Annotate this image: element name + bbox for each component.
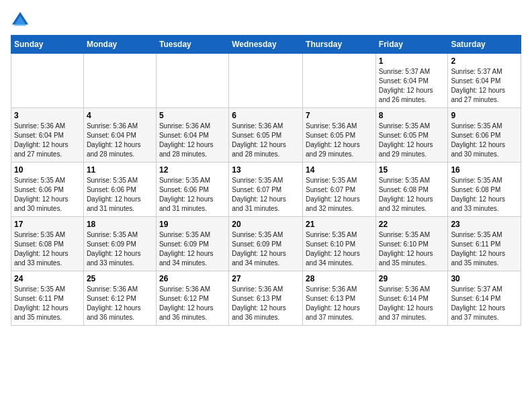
day-cell: 11Sunrise: 5:35 AM Sunset: 6:06 PM Dayli… bbox=[83, 163, 156, 217]
day-info: Sunrise: 5:35 AM Sunset: 6:11 PM Dayligh… bbox=[14, 285, 81, 322]
calendar-body: 1Sunrise: 5:37 AM Sunset: 6:04 PM Daylig… bbox=[11, 54, 521, 326]
week-row-5: 24Sunrise: 5:35 AM Sunset: 6:11 PM Dayli… bbox=[11, 271, 521, 326]
day-cell: 10Sunrise: 5:35 AM Sunset: 6:06 PM Dayli… bbox=[11, 163, 84, 217]
day-number: 12 bbox=[159, 165, 226, 175]
day-info: Sunrise: 5:35 AM Sunset: 6:06 PM Dayligh… bbox=[14, 176, 81, 214]
day-cell bbox=[11, 54, 84, 108]
header-day-friday: Friday bbox=[375, 36, 448, 54]
week-row-1: 1Sunrise: 5:37 AM Sunset: 6:04 PM Daylig… bbox=[11, 54, 521, 108]
day-info: Sunrise: 5:36 AM Sunset: 6:13 PM Dayligh… bbox=[232, 285, 300, 322]
day-info: Sunrise: 5:35 AM Sunset: 6:06 PM Dayligh… bbox=[87, 176, 153, 214]
day-info: Sunrise: 5:35 AM Sunset: 6:09 PM Dayligh… bbox=[232, 230, 300, 268]
day-cell: 25Sunrise: 5:36 AM Sunset: 6:12 PM Dayli… bbox=[83, 271, 156, 326]
day-info: Sunrise: 5:37 AM Sunset: 6:04 PM Dayligh… bbox=[379, 67, 445, 105]
day-cell: 9Sunrise: 5:35 AM Sunset: 6:06 PM Daylig… bbox=[448, 108, 521, 163]
day-number: 19 bbox=[159, 220, 226, 229]
day-cell: 3Sunrise: 5:36 AM Sunset: 6:04 PM Daylig… bbox=[11, 108, 84, 163]
day-number: 22 bbox=[379, 220, 445, 229]
day-number: 23 bbox=[451, 220, 518, 229]
day-info: Sunrise: 5:35 AM Sunset: 6:08 PM Dayligh… bbox=[14, 230, 81, 268]
day-number: 27 bbox=[232, 274, 300, 283]
day-number: 5 bbox=[159, 111, 226, 120]
day-info: Sunrise: 5:36 AM Sunset: 6:13 PM Dayligh… bbox=[306, 285, 373, 322]
logo-icon bbox=[11, 11, 30, 30]
week-row-3: 10Sunrise: 5:35 AM Sunset: 6:06 PM Dayli… bbox=[11, 163, 521, 217]
header-day-wednesday: Wednesday bbox=[229, 36, 303, 54]
day-info: Sunrise: 5:35 AM Sunset: 6:09 PM Dayligh… bbox=[159, 230, 226, 268]
day-number: 28 bbox=[306, 274, 373, 283]
day-number: 10 bbox=[14, 165, 81, 175]
day-info: Sunrise: 5:35 AM Sunset: 6:08 PM Dayligh… bbox=[379, 176, 445, 214]
day-info: Sunrise: 5:36 AM Sunset: 6:05 PM Dayligh… bbox=[232, 122, 300, 159]
day-info: Sunrise: 5:36 AM Sunset: 6:04 PM Dayligh… bbox=[159, 122, 226, 159]
day-cell: 28Sunrise: 5:36 AM Sunset: 6:13 PM Dayli… bbox=[303, 271, 376, 326]
header-row: SundayMondayTuesdayWednesdayThursdayFrid… bbox=[11, 36, 521, 54]
day-number: 26 bbox=[159, 274, 226, 283]
day-info: Sunrise: 5:37 AM Sunset: 6:04 PM Dayligh… bbox=[451, 67, 518, 105]
day-number: 21 bbox=[306, 220, 373, 229]
day-cell bbox=[83, 54, 156, 108]
day-number: 20 bbox=[232, 220, 300, 229]
day-number: 29 bbox=[379, 274, 445, 283]
day-number: 11 bbox=[87, 165, 153, 175]
day-number: 17 bbox=[14, 220, 81, 229]
day-number: 3 bbox=[14, 111, 81, 120]
day-info: Sunrise: 5:35 AM Sunset: 6:06 PM Dayligh… bbox=[451, 122, 518, 159]
day-info: Sunrise: 5:35 AM Sunset: 6:10 PM Dayligh… bbox=[306, 230, 373, 268]
day-cell bbox=[156, 54, 228, 108]
day-cell: 17Sunrise: 5:35 AM Sunset: 6:08 PM Dayli… bbox=[11, 217, 84, 271]
day-cell: 19Sunrise: 5:35 AM Sunset: 6:09 PM Dayli… bbox=[156, 217, 228, 271]
day-number: 18 bbox=[87, 220, 153, 229]
day-info: Sunrise: 5:36 AM Sunset: 6:05 PM Dayligh… bbox=[306, 122, 373, 159]
day-info: Sunrise: 5:35 AM Sunset: 6:07 PM Dayligh… bbox=[306, 176, 373, 214]
day-number: 16 bbox=[451, 165, 518, 175]
day-info: Sunrise: 5:35 AM Sunset: 6:06 PM Dayligh… bbox=[159, 176, 226, 214]
day-cell: 21Sunrise: 5:35 AM Sunset: 6:10 PM Dayli… bbox=[303, 217, 376, 271]
day-number: 30 bbox=[451, 274, 518, 283]
day-info: Sunrise: 5:35 AM Sunset: 6:09 PM Dayligh… bbox=[87, 230, 153, 268]
day-cell: 24Sunrise: 5:35 AM Sunset: 6:11 PM Dayli… bbox=[11, 271, 84, 326]
day-cell bbox=[303, 54, 376, 108]
day-cell: 18Sunrise: 5:35 AM Sunset: 6:09 PM Dayli… bbox=[83, 217, 156, 271]
header-day-sunday: Sunday bbox=[11, 36, 84, 54]
day-info: Sunrise: 5:36 AM Sunset: 6:04 PM Dayligh… bbox=[14, 122, 81, 159]
day-info: Sunrise: 5:37 AM Sunset: 6:14 PM Dayligh… bbox=[451, 285, 518, 322]
day-cell: 14Sunrise: 5:35 AM Sunset: 6:07 PM Dayli… bbox=[303, 163, 376, 217]
week-row-2: 3Sunrise: 5:36 AM Sunset: 6:04 PM Daylig… bbox=[11, 108, 521, 163]
day-info: Sunrise: 5:36 AM Sunset: 6:12 PM Dayligh… bbox=[159, 285, 226, 322]
day-cell: 27Sunrise: 5:36 AM Sunset: 6:13 PM Dayli… bbox=[229, 271, 303, 326]
day-number: 6 bbox=[232, 111, 300, 120]
day-number: 9 bbox=[451, 111, 518, 120]
day-cell: 6Sunrise: 5:36 AM Sunset: 6:05 PM Daylig… bbox=[229, 108, 303, 163]
day-cell: 29Sunrise: 5:36 AM Sunset: 6:14 PM Dayli… bbox=[375, 271, 448, 326]
header-day-saturday: Saturday bbox=[448, 36, 521, 54]
day-cell: 2Sunrise: 5:37 AM Sunset: 6:04 PM Daylig… bbox=[448, 54, 521, 108]
day-info: Sunrise: 5:35 AM Sunset: 6:07 PM Dayligh… bbox=[232, 176, 300, 214]
day-info: Sunrise: 5:36 AM Sunset: 6:14 PM Dayligh… bbox=[379, 285, 445, 322]
day-number: 25 bbox=[87, 274, 153, 283]
day-cell: 23Sunrise: 5:35 AM Sunset: 6:11 PM Dayli… bbox=[448, 217, 521, 271]
day-number: 15 bbox=[379, 165, 445, 175]
header-day-monday: Monday bbox=[83, 36, 156, 54]
day-cell: 15Sunrise: 5:35 AM Sunset: 6:08 PM Dayli… bbox=[375, 163, 448, 217]
calendar-table: SundayMondayTuesdayWednesdayThursdayFrid… bbox=[11, 35, 521, 326]
day-number: 1 bbox=[379, 56, 445, 66]
day-cell: 4Sunrise: 5:36 AM Sunset: 6:04 PM Daylig… bbox=[83, 108, 156, 163]
day-cell: 20Sunrise: 5:35 AM Sunset: 6:09 PM Dayli… bbox=[229, 217, 303, 271]
day-cell: 26Sunrise: 5:36 AM Sunset: 6:12 PM Dayli… bbox=[156, 271, 228, 326]
day-cell: 8Sunrise: 5:35 AM Sunset: 6:05 PM Daylig… bbox=[375, 108, 448, 163]
day-number: 8 bbox=[379, 111, 445, 120]
calendar-header: SundayMondayTuesdayWednesdayThursdayFrid… bbox=[11, 36, 521, 54]
day-number: 4 bbox=[87, 111, 153, 120]
day-cell: 22Sunrise: 5:35 AM Sunset: 6:10 PM Dayli… bbox=[375, 217, 448, 271]
day-info: Sunrise: 5:36 AM Sunset: 6:04 PM Dayligh… bbox=[87, 122, 153, 159]
day-info: Sunrise: 5:35 AM Sunset: 6:05 PM Dayligh… bbox=[379, 122, 445, 159]
day-number: 24 bbox=[14, 274, 81, 283]
day-info: Sunrise: 5:35 AM Sunset: 6:08 PM Dayligh… bbox=[451, 176, 518, 214]
day-info: Sunrise: 5:36 AM Sunset: 6:12 PM Dayligh… bbox=[87, 285, 153, 322]
day-cell: 1Sunrise: 5:37 AM Sunset: 6:04 PM Daylig… bbox=[375, 54, 448, 108]
header-day-thursday: Thursday bbox=[303, 36, 376, 54]
logo bbox=[11, 11, 32, 30]
day-info: Sunrise: 5:35 AM Sunset: 6:11 PM Dayligh… bbox=[451, 230, 518, 268]
day-cell: 13Sunrise: 5:35 AM Sunset: 6:07 PM Dayli… bbox=[229, 163, 303, 217]
